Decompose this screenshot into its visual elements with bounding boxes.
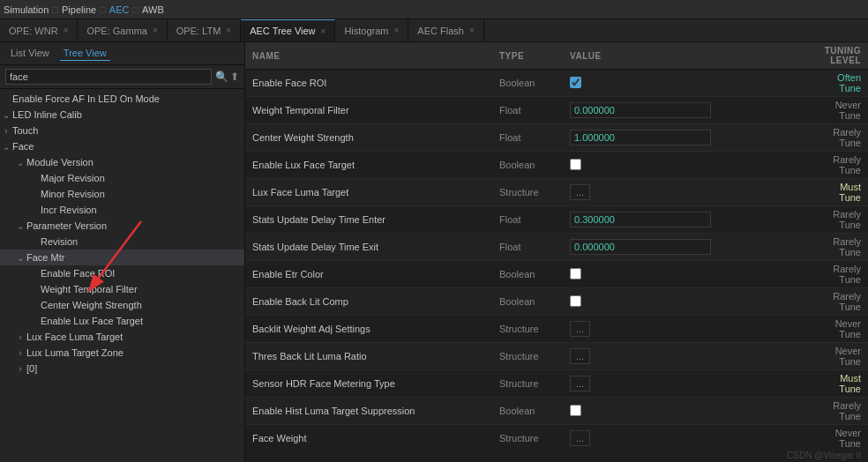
- menu-aec[interactable]: AEC: [109, 4, 130, 15]
- tab-close[interactable]: ×: [226, 26, 231, 35]
- cell-value[interactable]: [563, 234, 810, 261]
- watermark: CSDN @Vinegar II: [245, 449, 868, 462]
- tree-item[interactable]: Enable Force AF In LED On Mode: [0, 91, 244, 107]
- value-input[interactable]: [570, 102, 711, 118]
- tree-arrow-icon[interactable]: ›: [14, 332, 26, 342]
- tree-item-label: Touch: [12, 125, 38, 136]
- tree-item[interactable]: ›Lux Luma Target Zone: [0, 345, 244, 361]
- cell-name: Lux Face Luma Target: [245, 179, 492, 206]
- tree-view-btn[interactable]: Tree View: [60, 46, 110, 61]
- cell-value[interactable]: ...: [563, 343, 810, 370]
- cell-name: Enable Etr Color: [245, 261, 492, 288]
- tree-item[interactable]: Center Weight Strength: [0, 297, 244, 313]
- cell-name: Enable Back Lit Comp: [245, 288, 492, 316]
- value-checkbox[interactable]: [570, 405, 581, 416]
- tree-item[interactable]: Weight Temporal Filter: [0, 281, 244, 297]
- cell-value[interactable]: ...: [563, 179, 810, 206]
- search-prev-icon[interactable]: ⬆: [230, 71, 239, 83]
- cell-type: Boolean: [492, 398, 563, 425]
- tab-close[interactable]: ×: [64, 26, 69, 35]
- value-struct-btn[interactable]: ...: [570, 321, 590, 337]
- tree-item[interactable]: ›Lux Face Luma Target: [0, 329, 244, 345]
- cell-value: [563, 398, 810, 425]
- tree-item[interactable]: Minor Revision: [0, 186, 244, 202]
- cell-value[interactable]: [563, 97, 810, 124]
- value-struct-btn[interactable]: ...: [570, 430, 590, 446]
- value-checkbox[interactable]: [570, 159, 581, 170]
- tab-close[interactable]: ×: [321, 26, 326, 36]
- cell-tuning: Rarely Tune: [810, 234, 868, 261]
- tree-item[interactable]: ›[0]: [0, 361, 244, 376]
- tab-aectreeview[interactable]: AEC Tree View×: [241, 19, 335, 42]
- tab-opeltm[interactable]: OPE: LTM×: [168, 19, 241, 42]
- list-view-btn[interactable]: List View: [7, 46, 53, 61]
- tree-arrow-icon[interactable]: ⌄: [14, 253, 26, 263]
- cell-tuning: Never Tune: [810, 316, 868, 343]
- menu-awb[interactable]: AWB: [142, 4, 164, 15]
- search-icons: 🔍 ⬆: [215, 71, 239, 83]
- search-icon[interactable]: 🔍: [215, 71, 228, 83]
- tab-close[interactable]: ×: [469, 26, 475, 35]
- value-struct-btn[interactable]: ...: [570, 348, 590, 364]
- table-container: NAMETYPEVALUETUNING LEVEL Enable Face RO…: [245, 42, 868, 449]
- tree-item[interactable]: ⌄LED Inline Calib: [0, 107, 244, 123]
- tab-aecflash[interactable]: AEC Flash×: [408, 19, 483, 42]
- cell-type: Boolean: [492, 288, 563, 316]
- tree-item[interactable]: Major Revision: [0, 170, 244, 186]
- value-input[interactable]: [570, 130, 711, 145]
- tree-item-label: Center Weight Strength: [41, 300, 142, 310]
- tab-close[interactable]: ×: [153, 26, 158, 35]
- cell-type: Boolean: [492, 70, 563, 97]
- tree-item[interactable]: ⌄Face Mtr: [0, 250, 244, 265]
- value-input[interactable]: [570, 239, 711, 255]
- tree-item[interactable]: Enable Face ROI: [0, 265, 244, 281]
- tree-item[interactable]: ⌄Face: [0, 138, 244, 154]
- tree-arrow-icon[interactable]: ›: [14, 348, 26, 358]
- tree-item-label: LED Inline Calib: [12, 109, 82, 120]
- value-checkbox[interactable]: [570, 77, 581, 88]
- cell-type: Structure: [492, 316, 563, 343]
- cell-type: Structure: [492, 179, 563, 206]
- tree-arrow-icon[interactable]: ⌄: [0, 142, 12, 152]
- tree-arrow-icon[interactable]: ⌄: [0, 110, 12, 120]
- tree-arrow-icon[interactable]: ›: [0, 126, 12, 136]
- value-checkbox[interactable]: [570, 295, 581, 307]
- tab-opewnr[interactable]: OPE: WNR×: [0, 19, 78, 42]
- cell-value[interactable]: ...: [563, 425, 810, 450]
- cell-value[interactable]: ...: [563, 370, 810, 398]
- cell-value[interactable]: [563, 124, 810, 152]
- value-input[interactable]: [570, 212, 711, 227]
- tree-item-label: Enable Lux Face Target: [41, 316, 143, 326]
- cell-type: Structure: [492, 370, 563, 398]
- tree-item[interactable]: ›Touch: [0, 123, 244, 138]
- tree-item[interactable]: Revision: [0, 234, 244, 250]
- tree-item[interactable]: ⌄Module Version: [0, 154, 244, 170]
- tree-arrow-icon[interactable]: ⌄: [14, 221, 26, 231]
- value-checkbox[interactable]: [570, 268, 581, 279]
- tree-arrow-icon[interactable]: ›: [14, 364, 26, 374]
- tree-item-label: Minor Revision: [41, 189, 105, 199]
- cell-tuning: Rarely Tune: [810, 398, 868, 425]
- cell-type: Boolean: [492, 261, 563, 288]
- tree-item[interactable]: Enable Lux Face Target: [0, 313, 244, 329]
- cell-value[interactable]: [563, 206, 810, 234]
- right-panel: NAMETYPEVALUETUNING LEVEL Enable Face RO…: [245, 42, 868, 462]
- table-header-row: NAMETYPEVALUETUNING LEVEL: [245, 42, 868, 70]
- value-struct-btn[interactable]: ...: [570, 184, 590, 200]
- tree-item[interactable]: Incr Revision: [0, 202, 244, 218]
- cell-value[interactable]: ...: [563, 316, 810, 343]
- tree-container: Enable Force AF In LED On Mode⌄LED Inlin…: [0, 89, 244, 462]
- value-struct-btn[interactable]: ...: [570, 376, 590, 391]
- tab-opegamma[interactable]: OPE: Gamma×: [78, 19, 167, 42]
- tree-item-label: Incr Revision: [41, 205, 97, 215]
- tab-histogram[interactable]: Histogram×: [335, 19, 408, 42]
- tree-item[interactable]: ⌄Parameter Version: [0, 218, 244, 234]
- tab-close[interactable]: ×: [394, 26, 400, 35]
- cell-name: Enable Lux Face Target: [245, 152, 492, 179]
- menu-pipeline[interactable]: Pipeline: [62, 4, 96, 15]
- search-input[interactable]: [5, 69, 212, 85]
- menu-simulation[interactable]: Simulation: [4, 4, 49, 15]
- cell-name: Center Weight Strength: [245, 124, 492, 152]
- cell-tuning: Rarely Tune: [810, 152, 868, 179]
- tree-arrow-icon[interactable]: ⌄: [14, 158, 26, 168]
